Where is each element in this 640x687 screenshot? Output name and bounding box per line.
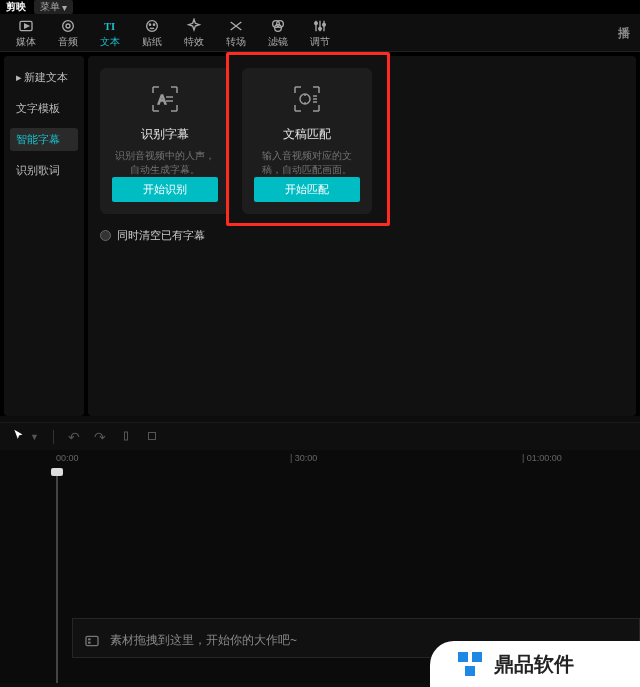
separator — [53, 430, 54, 444]
timeline-toolbar: ▼ ↶ ↷ — [0, 422, 640, 450]
effects-icon — [186, 18, 202, 34]
menu-label: 菜单 — [40, 0, 60, 14]
arrow-right-icon: ▸ — [16, 71, 22, 84]
svg-point-7 — [153, 24, 154, 25]
timeline-ruler[interactable]: 00:00 | 30:00 | 01:00:00 — [0, 450, 640, 470]
text-icon: TI — [102, 18, 118, 34]
ruler-mark: | 30:00 — [290, 453, 317, 463]
card-desc: 输入音视频对应的文稿，自动匹配画面。 — [254, 149, 360, 177]
sticker-icon — [144, 18, 160, 34]
watermark-logo-icon — [454, 648, 486, 680]
drop-hint: 素材拖拽到这里，开始你的大作吧~ — [72, 620, 309, 661]
card-title: 识别字幕 — [141, 126, 189, 143]
svg-rect-28 — [86, 636, 98, 645]
card-title: 文稿匹配 — [283, 126, 331, 143]
tab-label: 滤镜 — [268, 35, 288, 49]
drop-hint-text: 素材拖拽到这里，开始你的大作吧~ — [110, 632, 297, 649]
svg-point-6 — [149, 24, 150, 25]
tab-adjust[interactable]: 调节 — [304, 18, 336, 49]
svg-rect-26 — [124, 432, 127, 440]
checkbox-label: 同时清空已有字幕 — [117, 228, 205, 243]
svg-point-14 — [315, 22, 318, 25]
tab-label: 音频 — [58, 35, 78, 49]
tab-label: 贴纸 — [142, 35, 162, 49]
tab-label: 文本 — [100, 35, 120, 49]
watermark-text: 鼎品软件 — [494, 651, 574, 678]
menu-button[interactable]: 菜单 ▾ — [34, 0, 73, 14]
tab-label: 转场 — [226, 35, 246, 49]
ruler-mark: 00:00 — [56, 453, 79, 463]
card-row: A 识别字幕 识别音视频中的人声，自动生成字幕。 开始识别 — [100, 68, 624, 214]
main-area: ▸ 新建文本 文字模板 智能字幕 识别歌词 A — [0, 52, 640, 416]
tab-audio[interactable]: 音频 — [52, 18, 84, 49]
chevron-down-icon: ▾ — [62, 2, 67, 13]
clear-subtitles-option[interactable]: 同时清空已有字幕 — [100, 228, 624, 243]
right-panel-label: 播 — [618, 25, 630, 42]
svg-rect-33 — [465, 666, 475, 676]
tab-filter[interactable]: 滤镜 — [262, 18, 294, 49]
ruler-mark: | 01:00:00 — [522, 453, 562, 463]
audio-icon — [60, 18, 76, 34]
start-recognize-button[interactable]: 开始识别 — [112, 177, 218, 202]
svg-point-5 — [147, 21, 158, 32]
card-script-match: 文稿匹配 输入音视频对应的文稿，自动匹配画面。 开始匹配 — [242, 68, 372, 214]
sidebar-item-new-text[interactable]: ▸ 新建文本 — [10, 66, 78, 89]
selection-tool-icon[interactable] — [12, 428, 26, 445]
crop-icon[interactable] — [146, 429, 158, 445]
sidebar-item-label: 识别歌词 — [16, 163, 60, 178]
tab-effects[interactable]: 特效 — [178, 18, 210, 49]
svg-rect-32 — [472, 652, 482, 662]
sidebar: ▸ 新建文本 文字模板 智能字幕 识别歌词 — [4, 56, 84, 416]
sidebar-item-recognize-lyrics[interactable]: 识别歌词 — [10, 159, 78, 182]
media-placeholder-icon — [84, 633, 100, 649]
category-toolbar: 媒体 音频 TI 文本 贴纸 特效 转场 滤镜 调节 播 — [0, 14, 640, 52]
svg-point-3 — [66, 24, 70, 28]
svg-rect-29 — [88, 638, 91, 640]
svg-point-16 — [323, 23, 326, 26]
checkbox-icon[interactable] — [100, 230, 111, 241]
svg-point-15 — [319, 27, 322, 30]
svg-text:TI: TI — [104, 21, 115, 32]
transition-icon — [228, 18, 244, 34]
sidebar-item-label: 新建文本 — [24, 70, 68, 85]
script-match-icon — [289, 82, 325, 116]
svg-rect-30 — [88, 641, 91, 643]
sidebar-item-smart-subtitle[interactable]: 智能字幕 — [10, 128, 78, 151]
tab-media[interactable]: 媒体 — [10, 18, 42, 49]
svg-point-2 — [63, 21, 74, 32]
watermark: 鼎品软件 — [430, 641, 640, 687]
tab-text[interactable]: TI 文本 — [94, 18, 126, 49]
adjust-icon — [312, 18, 328, 34]
chevron-down-icon[interactable]: ▼ — [30, 432, 39, 442]
tab-transition[interactable]: 转场 — [220, 18, 252, 49]
filter-icon — [270, 18, 286, 34]
content-pane: A 识别字幕 识别音视频中的人声，自动生成字幕。 开始识别 — [88, 56, 636, 416]
media-icon — [18, 18, 34, 34]
tab-sticker[interactable]: 贴纸 — [136, 18, 168, 49]
undo-icon[interactable]: ↶ — [68, 429, 80, 445]
sidebar-item-label: 文字模板 — [16, 101, 60, 116]
playhead[interactable] — [56, 470, 58, 683]
svg-text:A: A — [158, 93, 166, 107]
start-match-button[interactable]: 开始匹配 — [254, 177, 360, 202]
tab-label: 调节 — [310, 35, 330, 49]
card-desc: 识别音视频中的人声，自动生成字幕。 — [112, 149, 218, 177]
redo-icon[interactable]: ↷ — [94, 429, 106, 445]
split-icon[interactable] — [120, 429, 132, 445]
app-logo-text: 剪映 — [6, 0, 26, 14]
card-recognize-subtitle: A 识别字幕 识别音视频中的人声，自动生成字幕。 开始识别 — [100, 68, 230, 214]
svg-marker-1 — [25, 24, 29, 28]
titlebar: 剪映 菜单 ▾ — [0, 0, 640, 14]
tab-label: 媒体 — [16, 35, 36, 49]
subtitle-icon: A — [147, 82, 183, 116]
svg-rect-31 — [458, 652, 468, 662]
sidebar-item-text-template[interactable]: 文字模板 — [10, 97, 78, 120]
svg-rect-27 — [148, 432, 155, 439]
svg-point-10 — [275, 25, 282, 32]
sidebar-item-label: 智能字幕 — [16, 132, 60, 147]
tab-label: 特效 — [184, 35, 204, 49]
